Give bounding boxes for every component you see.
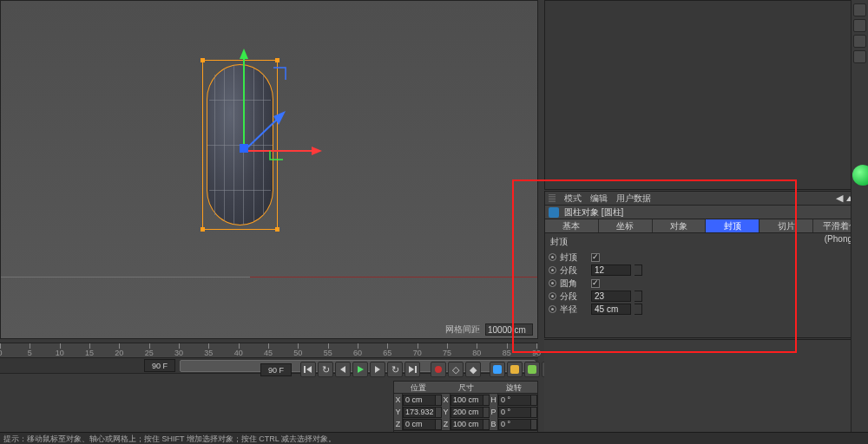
object-manager-empty[interactable] [544, 0, 868, 190]
next-frame-button[interactable] [370, 362, 385, 377]
attr-tab[interactable]: 封顶 [706, 219, 760, 232]
cap-top-checkbox[interactable] [591, 253, 600, 262]
panel-grip-icon[interactable] [549, 194, 556, 203]
grid-spacing-label: 网格间距 [445, 323, 480, 336]
pos-X-input[interactable] [403, 395, 436, 406]
spinner-icon[interactable] [635, 291, 642, 302]
anim-dot-icon[interactable] [549, 279, 556, 287]
anim-dot-icon[interactable] [549, 253, 556, 261]
to-start-button[interactable] [300, 362, 316, 377]
spinner-icon[interactable] [436, 419, 442, 430]
coords-hdr-rot: 旋转 [490, 382, 537, 393]
svg-marker-9 [340, 366, 345, 373]
anim-dot-icon[interactable] [549, 305, 556, 313]
mode-icon[interactable] [490, 362, 505, 377]
spinner-icon[interactable] [635, 304, 642, 315]
prop-cap-top: 封顶 [545, 251, 867, 264]
attr-tabs: 基本坐标对象封顶切片平滑着色(Phong) [545, 219, 867, 233]
attr-tab[interactable]: 坐标 [599, 219, 653, 232]
prev-frame-button[interactable] [335, 362, 351, 377]
prop-radius: 半径 [545, 303, 867, 316]
svg-marker-1 [240, 49, 248, 59]
watermark-dot [852, 165, 868, 186]
attr-nav-back-icon[interactable]: ◀ [836, 193, 843, 204]
attr-tab[interactable]: 对象 [653, 219, 707, 232]
spinner-icon[interactable] [531, 395, 537, 406]
radius-input[interactable] [591, 304, 631, 315]
svg-marker-11 [375, 366, 380, 373]
attr-menu-bar: 模式 编辑 用户数据 ◀ ▶ [545, 192, 867, 206]
grid-spacing: 网格间距 [445, 323, 533, 336]
size-Z-input[interactable] [450, 419, 483, 430]
to-end-button[interactable] [404, 362, 420, 377]
fillet-checkbox[interactable] [591, 279, 600, 288]
spinner-icon[interactable] [436, 407, 442, 418]
autokey-button[interactable]: ◇ [448, 362, 464, 377]
svg-marker-10 [358, 366, 364, 373]
coords-row: XXH [394, 394, 537, 406]
attr-menu-userdata[interactable]: 用户数据 [616, 193, 651, 205]
right-icon-rail [851, 0, 868, 444]
grid-spacing-input[interactable] [485, 323, 533, 336]
rail-icon[interactable] [853, 35, 866, 48]
viewport[interactable]: 网格间距 [0, 0, 538, 339]
mode-icon[interactable] [507, 362, 523, 377]
axis-x-ground [250, 277, 537, 278]
spinner-icon[interactable] [635, 264, 642, 276]
spinner-icon[interactable] [483, 407, 490, 418]
anim-dot-icon[interactable] [549, 292, 556, 300]
lower-right-panel [544, 339, 868, 444]
attr-object-title: 圆柱对象 [圆柱] [545, 206, 867, 219]
spinner-icon[interactable] [483, 395, 490, 406]
coords-hdr-size: 尺寸 [442, 382, 490, 393]
rail-icon[interactable] [853, 19, 866, 32]
anim-dot-icon[interactable] [549, 266, 556, 274]
rail-icon[interactable] [853, 3, 866, 16]
attr-tab[interactable]: 基本 [545, 219, 599, 232]
mode-icon[interactable] [524, 362, 540, 377]
app-root: 网格间距 05101520253035404550556065707580859… [0, 0, 868, 444]
coords-row: YYP [394, 406, 537, 418]
svg-rect-13 [415, 366, 417, 373]
selection-bbox [202, 60, 278, 230]
coords-hdr-pos: 位置 [394, 382, 442, 393]
spinner-icon[interactable] [531, 419, 537, 430]
pos-Y-input[interactable] [403, 407, 436, 418]
timeline-ruler[interactable]: 051015202530354045505560657075808590 [0, 343, 538, 358]
spinner-icon[interactable] [436, 395, 442, 406]
seg-fillet-input[interactable] [591, 291, 631, 302]
seg-top-input[interactable] [591, 264, 631, 276]
svg-marker-12 [409, 366, 414, 373]
svg-marker-3 [312, 147, 322, 155]
size-X-input[interactable] [450, 395, 483, 406]
spinner-icon[interactable] [531, 407, 537, 418]
svg-rect-7 [304, 366, 306, 373]
attr-object-name: 圆柱对象 [圆柱] [564, 206, 623, 219]
attribute-manager: 模式 编辑 用户数据 ◀ ▶ 圆柱对象 [圆柱] 基本坐标对象封顶切片平滑着色(… [544, 191, 868, 338]
attr-section-title: 封顶 [545, 233, 867, 251]
status-bar: 提示：移动鼠标至对象、轴心或网格上；按住 SHIFT 增加选择对象；按住 CTR… [0, 432, 868, 444]
attr-menu-edit[interactable]: 编辑 [590, 193, 608, 205]
svg-marker-8 [306, 366, 312, 373]
rot-X-input[interactable] [498, 395, 531, 406]
loop-range-button[interactable]: ↻ [387, 362, 403, 377]
rot-Y-input[interactable] [498, 407, 531, 418]
rail-icon[interactable] [853, 50, 866, 63]
loop-button[interactable]: ↻ [318, 362, 333, 377]
prop-seg-top: 分段 [545, 264, 867, 277]
cylinder-icon [549, 207, 559, 218]
pos-Z-input[interactable] [403, 419, 436, 430]
record-button[interactable] [431, 362, 446, 377]
prop-fillet: 圆角 [545, 277, 867, 290]
current-frame-field[interactable]: 90 F [144, 359, 175, 372]
attr-tab[interactable]: 切片 [760, 219, 813, 232]
play-button[interactable] [352, 362, 368, 377]
spinner-icon[interactable] [483, 419, 490, 430]
attr-menu-mode[interactable]: 模式 [564, 193, 582, 205]
prop-seg-fillet: 分段 [545, 290, 867, 303]
rot-Z-input[interactable] [498, 419, 531, 430]
keyframe-button[interactable]: ◆ [465, 362, 481, 377]
size-Y-input[interactable] [450, 407, 483, 418]
coords-row: ZZB [394, 418, 537, 430]
end-frame-field[interactable]: 90 F [260, 363, 292, 376]
